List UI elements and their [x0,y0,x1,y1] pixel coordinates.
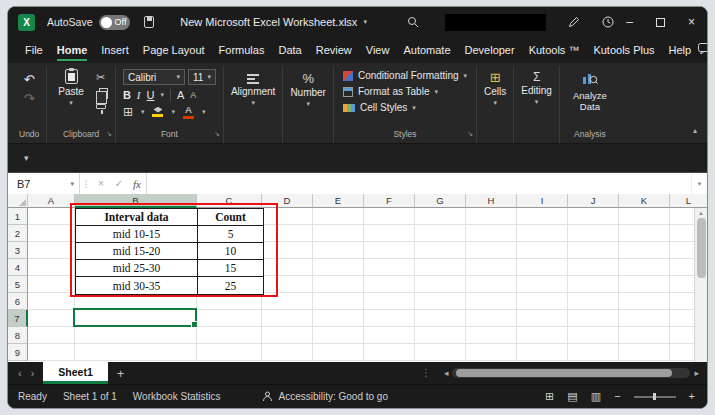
cell-D9[interactable] [262,344,313,361]
cell-G3[interactable] [415,242,466,259]
column-header-i[interactable]: I [517,194,568,208]
cell-J7[interactable] [568,310,619,327]
insert-function-button[interactable]: fx [128,173,146,194]
increase-font-size-button[interactable]: A [177,89,184,101]
cell-K2[interactable] [619,225,670,242]
column-header-l[interactable]: L [670,194,707,208]
cell-I8[interactable] [517,327,568,344]
sheet-tab-sheet1[interactable]: Sheet1 [43,362,107,384]
cell-K9[interactable] [619,344,670,361]
borders-button[interactable]: ⊞ [123,106,133,118]
row-header-8[interactable]: 8 [8,327,28,344]
cell-C6[interactable] [197,293,262,310]
row-header-5[interactable]: 5 [8,276,28,293]
cell-D1[interactable] [262,208,313,225]
conditional-formatting-button[interactable]: Conditional Formatting▾ [341,68,469,83]
column-header-a[interactable]: A [28,194,75,208]
row-header-9[interactable]: 9 [8,344,28,361]
cell-A8[interactable] [28,327,75,344]
column-header-b[interactable]: B [75,194,197,208]
format-painter-button[interactable] [96,104,106,109]
menu-tab-automate[interactable]: Automate [396,38,457,62]
zoom-out-icon[interactable]: − [614,391,620,402]
tab-splitter-icon[interactable]: ⋮ [421,368,431,378]
cell-F3[interactable] [364,242,415,259]
cell-K5[interactable] [619,276,670,293]
cell-H5[interactable] [466,276,517,293]
cell-K6[interactable] [619,293,670,310]
cell-I1[interactable] [517,208,568,225]
italic-button[interactable]: I [137,89,141,101]
cell-J5[interactable] [568,276,619,293]
format-as-table-button[interactable]: Format as Table▾ [341,84,440,99]
menu-tab-home[interactable]: Home [50,38,95,62]
cell-J6[interactable] [568,293,619,310]
cell-G9[interactable] [415,344,466,361]
cell-A6[interactable] [28,293,75,310]
menu-tab-help[interactable]: Help [662,38,699,62]
row-header-2[interactable]: 2 [8,225,28,242]
cell-H4[interactable] [466,259,517,276]
undo-button[interactable]: ↶ [24,73,35,86]
scroll-up-icon[interactable]: ▴ [699,209,703,216]
table-cell-C5[interactable]: 25 [198,277,263,294]
cell-G8[interactable] [415,327,466,344]
underline-button[interactable]: U [147,89,155,101]
view-page-break-icon[interactable]: ▥ [591,391,601,402]
expand-formula-bar-chevron-down-icon[interactable]: ▾ [691,173,707,194]
cell-E7[interactable] [313,310,364,327]
cell-F9[interactable] [364,344,415,361]
decrease-font-size-button[interactable]: A [190,90,196,100]
cell-F5[interactable] [364,276,415,293]
zoom-slider-knob[interactable] [653,393,656,400]
analyze-data-button[interactable]: Analyze Data [567,66,613,127]
cell-D2[interactable] [262,225,313,242]
copy-button[interactable] [99,88,108,99]
cell-I3[interactable] [517,242,568,259]
cell-B8[interactable] [75,327,197,344]
customize-qat-chevron-down-icon[interactable]: ▾ [24,153,29,163]
column-header-h[interactable]: H [466,194,517,208]
menu-tab-data[interactable]: Data [271,38,308,62]
menu-tab-kutools-plus[interactable]: Kutools Plus [586,38,661,62]
cell-G7[interactable] [415,310,466,327]
cell-J4[interactable] [568,259,619,276]
cell-J3[interactable] [568,242,619,259]
number-button[interactable]: % Number ▾ [290,66,326,143]
vertical-scrollbar[interactable]: ▴ [694,208,707,362]
inking-pen-icon[interactable] [568,16,580,28]
cell-D7[interactable] [262,310,313,327]
cell-J1[interactable] [568,208,619,225]
table-cell-C2[interactable]: 5 [198,226,263,243]
cell-E9[interactable] [313,344,364,361]
cell-F1[interactable] [364,208,415,225]
cell-C9[interactable] [197,344,262,361]
menu-tab-file[interactable]: File [18,38,50,62]
row-header-3[interactable]: 3 [8,242,28,259]
formula-bar-grip-icon[interactable]: ⋮ [80,173,92,194]
cell-K8[interactable] [619,327,670,344]
document-title[interactable]: New Microsoft Excel Worksheet.xlsx ▾ [180,16,367,28]
formula-input[interactable] [146,173,691,194]
table-cell-C1[interactable]: Count [198,209,263,226]
table-cell-C3[interactable]: 10 [198,243,263,260]
column-header-c[interactable]: C [197,194,262,208]
cell-E2[interactable] [313,225,364,242]
cell-D5[interactable] [262,276,313,293]
cell-E4[interactable] [313,259,364,276]
cell-K3[interactable] [619,242,670,259]
cell-G1[interactable] [415,208,466,225]
cell-H7[interactable] [466,310,517,327]
cell-A4[interactable] [28,259,75,276]
save-icon[interactable] [144,16,154,28]
cell-I7[interactable] [517,310,568,327]
row-header-6[interactable]: 6 [8,293,28,310]
menu-tab-formulas[interactable]: Formulas [212,38,272,62]
font-color-button[interactable]: A [183,105,194,119]
font-size-combo[interactable]: 11 ▾ [188,69,216,85]
bold-button[interactable]: B [123,89,131,101]
view-normal-icon[interactable]: ⊞ [545,391,554,402]
cut-button[interactable]: ✂ [96,72,105,83]
cell-F8[interactable] [364,327,415,344]
clipboard-dialog-launcher-icon[interactable]: ↘ [106,130,112,138]
